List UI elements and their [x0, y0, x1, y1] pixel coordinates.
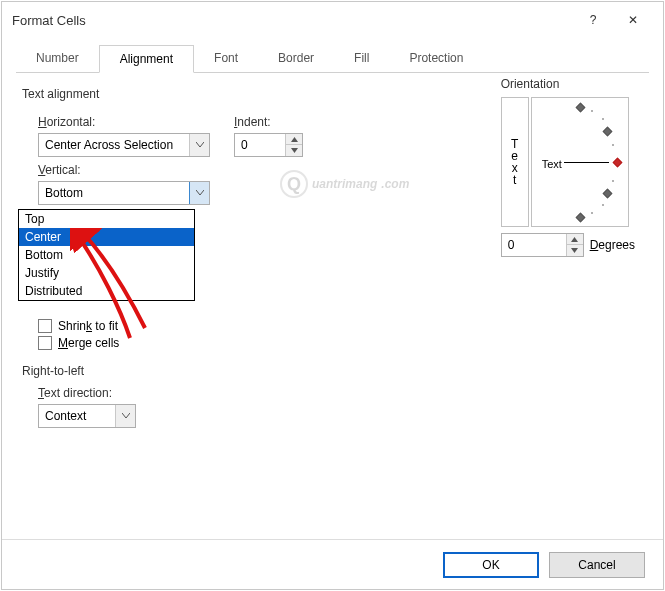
text-direction-label: Text direction:	[38, 386, 643, 400]
shrink-to-fit-row[interactable]: Shrink to fit	[38, 319, 643, 333]
dialog-footer: OK Cancel	[2, 539, 663, 589]
indent-input[interactable]	[235, 134, 285, 156]
orientation-label: Orientation	[501, 77, 635, 91]
indent-spinner[interactable]	[234, 133, 303, 157]
degrees-spinner[interactable]	[501, 233, 584, 257]
orientation-angle-box[interactable]: Text	[531, 97, 629, 227]
vertical-label: Vertical:	[38, 163, 210, 177]
merge-cells-row[interactable]: Merge cells	[38, 336, 643, 350]
help-button[interactable]: ?	[573, 5, 613, 35]
titlebar: Format Cells ? ✕	[2, 2, 663, 38]
tab-strip: Number Alignment Font Border Fill Protec…	[16, 38, 649, 73]
chevron-down-icon[interactable]	[115, 405, 135, 427]
vertical-option-justify[interactable]: Justify	[19, 264, 194, 282]
tab-font[interactable]: Font	[194, 45, 258, 73]
chevron-down-icon[interactable]	[189, 182, 209, 204]
rtl-section: Right-to-left	[22, 364, 643, 378]
dialog-title: Format Cells	[12, 13, 573, 28]
vertical-option-bottom[interactable]: Bottom	[19, 246, 194, 264]
text-direction-value: Context	[39, 409, 115, 423]
vertical-option-distributed[interactable]: Distributed	[19, 282, 194, 300]
chevron-down-icon[interactable]	[189, 134, 209, 156]
shrink-label: Shrink to fit	[58, 319, 118, 333]
close-button[interactable]: ✕	[613, 5, 653, 35]
merge-label: Merge cells	[58, 336, 119, 350]
degrees-input[interactable]	[502, 234, 566, 256]
orientation-group: Orientation Text Text	[501, 77, 635, 257]
tab-number[interactable]: Number	[16, 45, 99, 73]
indent-label: Indent:	[234, 115, 303, 129]
format-cells-dialog: Format Cells ? ✕ Number Alignment Font B…	[1, 1, 664, 590]
orientation-line	[564, 162, 609, 163]
cancel-button[interactable]: Cancel	[549, 552, 645, 578]
ok-button[interactable]: OK	[443, 552, 539, 578]
horizontal-label: Horizontal:	[38, 115, 210, 129]
tab-protection[interactable]: Protection	[389, 45, 483, 73]
spinner-down-icon[interactable]	[567, 245, 583, 256]
vertical-dropdown-list[interactable]: Top Center Bottom Justify Distributed	[18, 209, 195, 301]
checkbox-icon[interactable]	[38, 319, 52, 333]
tab-alignment[interactable]: Alignment	[99, 45, 194, 73]
tab-fill[interactable]: Fill	[334, 45, 389, 73]
vertical-option-top[interactable]: Top	[19, 210, 194, 228]
vertical-combo[interactable]: Bottom	[38, 181, 210, 205]
horizontal-value: Center Across Selection	[39, 138, 189, 152]
horizontal-combo[interactable]: Center Across Selection	[38, 133, 210, 157]
degrees-label: Degrees	[590, 238, 635, 252]
text-direction-combo[interactable]: Context	[38, 404, 136, 428]
orientation-text: Text	[542, 158, 562, 170]
spinner-up-icon[interactable]	[286, 134, 302, 145]
vertical-value: Bottom	[39, 186, 189, 200]
checkbox-icon[interactable]	[38, 336, 52, 350]
tab-border[interactable]: Border	[258, 45, 334, 73]
vertical-option-center[interactable]: Center	[19, 228, 194, 246]
orientation-vertical-box[interactable]: Text	[501, 97, 529, 227]
tab-content: Text alignment Horizontal: Center Across…	[2, 73, 663, 442]
spinner-down-icon[interactable]	[286, 145, 302, 156]
spinner-up-icon[interactable]	[567, 234, 583, 245]
